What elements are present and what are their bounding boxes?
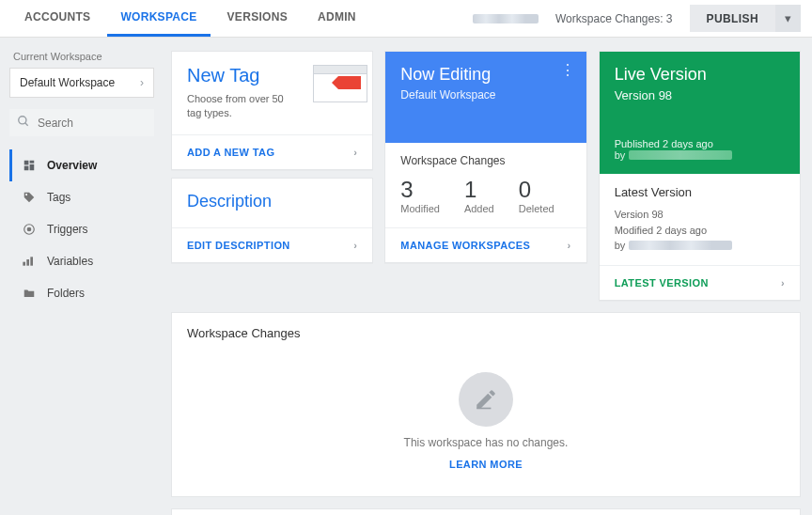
latest-version-number: Version 98 [615, 207, 785, 223]
chevron-right-icon: › [353, 147, 357, 158]
tag-icon [21, 191, 38, 204]
variable-icon [21, 255, 38, 268]
button-label: ADD A NEW TAG [187, 147, 274, 158]
sidebar-item-label: Triggers [47, 223, 88, 236]
svg-point-6 [25, 194, 27, 195]
description-title: Description [187, 192, 357, 211]
top-bar: ACCOUNTS WORKSPACE VERSIONS ADMIN Worksp… [0, 0, 812, 38]
svg-rect-12 [476, 407, 491, 409]
sidebar-item-variables[interactable]: Variables [9, 245, 154, 277]
chevron-right-icon: › [781, 277, 785, 289]
latest-modified-text: Modified 2 days ago [615, 223, 785, 239]
top-nav: ACCOUNTS WORKSPACE VERSIONS ADMIN [11, 0, 369, 37]
chevron-right-icon: › [568, 240, 571, 251]
stat-label: Added [464, 203, 494, 214]
sidebar-item-triggers[interactable]: Triggers [9, 213, 154, 245]
manage-workspaces-button[interactable]: MANAGE WORKSPACES › [385, 227, 586, 262]
activity-history-card[interactable]: Activity History › [171, 508, 801, 516]
publish-group: PUBLISH ▾ [690, 5, 801, 32]
search-input[interactable] [38, 117, 179, 130]
new-tag-title: New Tag [187, 65, 300, 86]
button-label: EDIT DESCRIPTION [187, 240, 290, 251]
sidebar-item-label: Overview [47, 159, 97, 172]
stat-modified: 3 Modified [400, 177, 440, 214]
current-workspace-label: Current Workspace [9, 51, 154, 62]
sidebar-item-folders[interactable]: Folders [9, 277, 154, 309]
stat-deleted: 0 Deleted [519, 177, 554, 214]
svg-line-1 [25, 123, 28, 126]
pencil-icon [459, 372, 513, 427]
kebab-menu-icon[interactable]: ⋮ [560, 63, 575, 78]
svg-rect-11 [30, 257, 33, 265]
chevron-right-icon: › [140, 76, 144, 89]
folder-icon [21, 287, 38, 300]
tag-illustration-icon [313, 65, 357, 106]
live-version-card: Live Version Version 98 Published 2 days… [599, 51, 801, 301]
stat-number: 3 [400, 177, 440, 203]
publish-button[interactable]: PUBLISH [690, 5, 775, 32]
stat-added: 1 Added [464, 177, 494, 214]
svg-rect-3 [30, 161, 35, 164]
svg-point-0 [19, 117, 26, 124]
now-editing-card: Now Editing Default Workspace ⋮ Workspac… [384, 51, 586, 263]
author-redacted [629, 150, 732, 160]
tab-admin[interactable]: ADMIN [304, 0, 369, 37]
svg-rect-5 [24, 166, 29, 171]
sidebar-item-label: Variables [47, 255, 93, 268]
live-published-text: Published 2 days ago [615, 138, 785, 149]
by-prefix: by [615, 238, 626, 254]
stat-number: 0 [519, 177, 554, 203]
sidebar: Current Workspace Default Workspace › Ov… [0, 38, 160, 515]
sidebar-item-overview[interactable]: Overview [9, 149, 154, 181]
learn-more-link[interactable]: LEARN MORE [449, 459, 523, 470]
tab-workspace[interactable]: WORKSPACE [107, 0, 210, 37]
dashboard-icon [21, 159, 38, 172]
tab-accounts[interactable]: ACCOUNTS [11, 0, 103, 37]
trigger-icon [21, 223, 38, 236]
workspace-changes-heading: Workspace Changes [385, 143, 586, 167]
button-label: LATEST VERSION [615, 277, 709, 289]
author-redacted [629, 241, 732, 250]
publish-dropdown[interactable]: ▾ [775, 5, 801, 32]
workspace-changes-count: Workspace Changes: 3 [555, 12, 673, 25]
by-prefix: by [615, 149, 626, 161]
sidebar-item-label: Folders [47, 287, 85, 300]
sidebar-item-tags[interactable]: Tags [9, 181, 154, 213]
stat-label: Modified [400, 203, 440, 214]
chevron-down-icon: ▾ [785, 11, 791, 25]
live-published-by: by [615, 149, 785, 161]
search-icon [17, 115, 30, 131]
add-new-tag-button[interactable]: ADD A NEW TAG › [172, 134, 372, 169]
main-content: New Tag Choose from over 50 tag types. A… [160, 38, 812, 515]
stat-number: 1 [464, 177, 494, 203]
button-label: MANAGE WORKSPACES [400, 240, 530, 251]
topbar-right: Workspace Changes: 3 PUBLISH ▾ [473, 5, 801, 32]
workspace-selector[interactable]: Default Workspace › [9, 68, 154, 98]
new-tag-card: New Tag Choose from over 50 tag types. A… [171, 51, 373, 170]
workspace-selector-value: Default Workspace [20, 76, 115, 89]
svg-rect-10 [26, 259, 29, 266]
latest-modified-by: by [615, 238, 785, 254]
latest-version-button[interactable]: LATEST VERSION › [600, 265, 800, 300]
svg-point-8 [27, 227, 31, 231]
tab-versions[interactable]: VERSIONS [214, 0, 301, 37]
stat-label: Deleted [519, 203, 554, 214]
live-version-number: Version 98 [615, 88, 785, 102]
latest-version-heading: Latest Version [615, 185, 785, 199]
svg-rect-4 [30, 164, 35, 170]
container-id-redacted [473, 14, 539, 23]
search-box[interactable] [9, 109, 154, 136]
workspace-changes-title: Workspace Changes [187, 326, 785, 340]
side-nav: Overview Tags Triggers Variables Folders [9, 149, 154, 309]
chevron-right-icon: › [353, 240, 357, 251]
live-version-title: Live Version [615, 65, 785, 85]
now-editing-subtitle: Default Workspace [400, 88, 570, 101]
workspace-changes-card: Workspace Changes This workspace has no … [171, 312, 801, 497]
new-tag-subtitle: Choose from over 50 tag types. [187, 92, 300, 121]
edit-description-button[interactable]: EDIT DESCRIPTION › [172, 227, 372, 262]
svg-rect-2 [24, 161, 29, 165]
svg-rect-9 [23, 262, 25, 266]
description-card: Description EDIT DESCRIPTION › [171, 178, 373, 263]
sidebar-item-label: Tags [47, 191, 70, 204]
empty-message: This workspace has no changes. [404, 436, 569, 449]
